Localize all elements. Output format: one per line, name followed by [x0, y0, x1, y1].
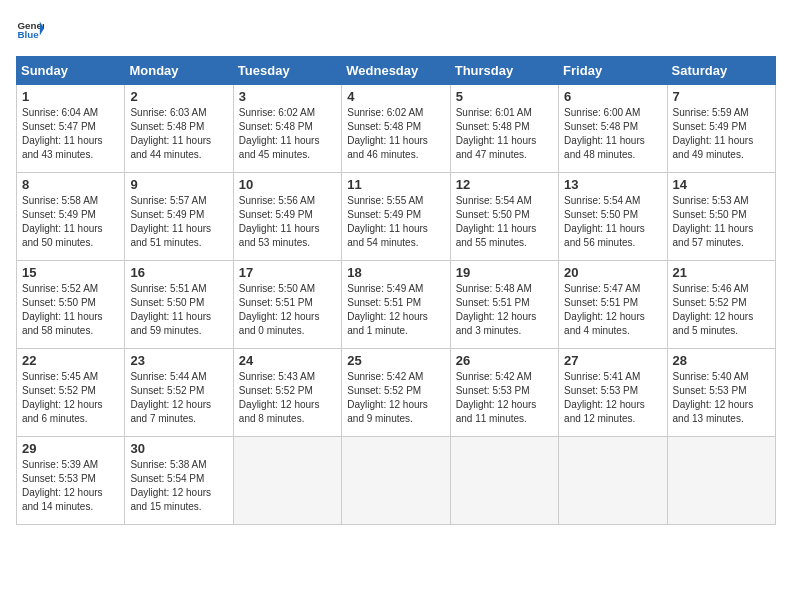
day-number: 1 — [22, 89, 119, 104]
calendar-cell: 7Sunrise: 5:59 AMSunset: 5:49 PMDaylight… — [667, 85, 775, 173]
day-number: 19 — [456, 265, 553, 280]
col-wednesday: Wednesday — [342, 57, 450, 85]
header-row: Sunday Monday Tuesday Wednesday Thursday… — [17, 57, 776, 85]
day-info: Sunrise: 5:38 AMSunset: 5:54 PMDaylight:… — [130, 458, 227, 514]
calendar-cell: 24Sunrise: 5:43 AMSunset: 5:52 PMDayligh… — [233, 349, 341, 437]
calendar-cell: 13Sunrise: 5:54 AMSunset: 5:50 PMDayligh… — [559, 173, 667, 261]
calendar-cell: 2Sunrise: 6:03 AMSunset: 5:48 PMDaylight… — [125, 85, 233, 173]
day-number: 11 — [347, 177, 444, 192]
day-number: 26 — [456, 353, 553, 368]
day-number: 20 — [564, 265, 661, 280]
day-number: 14 — [673, 177, 770, 192]
calendar-cell: 4Sunrise: 6:02 AMSunset: 5:48 PMDaylight… — [342, 85, 450, 173]
calendar-cell: 22Sunrise: 5:45 AMSunset: 5:52 PMDayligh… — [17, 349, 125, 437]
page-header: General Blue — [16, 16, 776, 44]
col-friday: Friday — [559, 57, 667, 85]
day-info: Sunrise: 6:03 AMSunset: 5:48 PMDaylight:… — [130, 106, 227, 162]
calendar-cell: 27Sunrise: 5:41 AMSunset: 5:53 PMDayligh… — [559, 349, 667, 437]
day-info: Sunrise: 5:42 AMSunset: 5:53 PMDaylight:… — [456, 370, 553, 426]
day-number: 10 — [239, 177, 336, 192]
calendar-table: Sunday Monday Tuesday Wednesday Thursday… — [16, 56, 776, 525]
calendar-row-3: 22Sunrise: 5:45 AMSunset: 5:52 PMDayligh… — [17, 349, 776, 437]
day-info: Sunrise: 5:51 AMSunset: 5:50 PMDaylight:… — [130, 282, 227, 338]
calendar-cell: 18Sunrise: 5:49 AMSunset: 5:51 PMDayligh… — [342, 261, 450, 349]
day-number: 12 — [456, 177, 553, 192]
day-number: 27 — [564, 353, 661, 368]
day-number: 6 — [564, 89, 661, 104]
day-number: 21 — [673, 265, 770, 280]
logo: General Blue — [16, 16, 44, 44]
logo-icon: General Blue — [16, 16, 44, 44]
calendar-row-2: 15Sunrise: 5:52 AMSunset: 5:50 PMDayligh… — [17, 261, 776, 349]
day-info: Sunrise: 5:48 AMSunset: 5:51 PMDaylight:… — [456, 282, 553, 338]
col-sunday: Sunday — [17, 57, 125, 85]
day-number: 30 — [130, 441, 227, 456]
svg-text:Blue: Blue — [17, 29, 39, 40]
calendar-row-0: 1Sunrise: 6:04 AMSunset: 5:47 PMDaylight… — [17, 85, 776, 173]
day-number: 8 — [22, 177, 119, 192]
day-number: 3 — [239, 89, 336, 104]
day-info: Sunrise: 6:01 AMSunset: 5:48 PMDaylight:… — [456, 106, 553, 162]
calendar-cell: 28Sunrise: 5:40 AMSunset: 5:53 PMDayligh… — [667, 349, 775, 437]
calendar-cell: 15Sunrise: 5:52 AMSunset: 5:50 PMDayligh… — [17, 261, 125, 349]
day-number: 17 — [239, 265, 336, 280]
day-number: 24 — [239, 353, 336, 368]
col-saturday: Saturday — [667, 57, 775, 85]
day-info: Sunrise: 5:55 AMSunset: 5:49 PMDaylight:… — [347, 194, 444, 250]
calendar-cell: 21Sunrise: 5:46 AMSunset: 5:52 PMDayligh… — [667, 261, 775, 349]
calendar-cell: 30Sunrise: 5:38 AMSunset: 5:54 PMDayligh… — [125, 437, 233, 525]
calendar-cell: 29Sunrise: 5:39 AMSunset: 5:53 PMDayligh… — [17, 437, 125, 525]
calendar-cell: 11Sunrise: 5:55 AMSunset: 5:49 PMDayligh… — [342, 173, 450, 261]
day-info: Sunrise: 5:50 AMSunset: 5:51 PMDaylight:… — [239, 282, 336, 338]
day-info: Sunrise: 5:44 AMSunset: 5:52 PMDaylight:… — [130, 370, 227, 426]
day-number: 13 — [564, 177, 661, 192]
calendar-cell: 10Sunrise: 5:56 AMSunset: 5:49 PMDayligh… — [233, 173, 341, 261]
day-number: 29 — [22, 441, 119, 456]
day-number: 18 — [347, 265, 444, 280]
day-info: Sunrise: 5:46 AMSunset: 5:52 PMDaylight:… — [673, 282, 770, 338]
day-info: Sunrise: 5:53 AMSunset: 5:50 PMDaylight:… — [673, 194, 770, 250]
day-info: Sunrise: 5:52 AMSunset: 5:50 PMDaylight:… — [22, 282, 119, 338]
day-info: Sunrise: 5:40 AMSunset: 5:53 PMDaylight:… — [673, 370, 770, 426]
day-number: 2 — [130, 89, 227, 104]
calendar-cell: 5Sunrise: 6:01 AMSunset: 5:48 PMDaylight… — [450, 85, 558, 173]
calendar-cell: 14Sunrise: 5:53 AMSunset: 5:50 PMDayligh… — [667, 173, 775, 261]
day-info: Sunrise: 5:49 AMSunset: 5:51 PMDaylight:… — [347, 282, 444, 338]
day-info: Sunrise: 6:02 AMSunset: 5:48 PMDaylight:… — [239, 106, 336, 162]
calendar-cell — [667, 437, 775, 525]
calendar-cell: 16Sunrise: 5:51 AMSunset: 5:50 PMDayligh… — [125, 261, 233, 349]
calendar-cell — [233, 437, 341, 525]
col-tuesday: Tuesday — [233, 57, 341, 85]
calendar-cell: 8Sunrise: 5:58 AMSunset: 5:49 PMDaylight… — [17, 173, 125, 261]
day-number: 25 — [347, 353, 444, 368]
calendar-cell — [450, 437, 558, 525]
day-info: Sunrise: 5:39 AMSunset: 5:53 PMDaylight:… — [22, 458, 119, 514]
col-monday: Monday — [125, 57, 233, 85]
day-info: Sunrise: 5:56 AMSunset: 5:49 PMDaylight:… — [239, 194, 336, 250]
calendar-cell — [559, 437, 667, 525]
day-number: 28 — [673, 353, 770, 368]
day-number: 23 — [130, 353, 227, 368]
day-number: 15 — [22, 265, 119, 280]
day-number: 16 — [130, 265, 227, 280]
calendar-cell: 20Sunrise: 5:47 AMSunset: 5:51 PMDayligh… — [559, 261, 667, 349]
day-info: Sunrise: 5:57 AMSunset: 5:49 PMDaylight:… — [130, 194, 227, 250]
day-number: 9 — [130, 177, 227, 192]
day-info: Sunrise: 5:54 AMSunset: 5:50 PMDaylight:… — [564, 194, 661, 250]
calendar-cell: 3Sunrise: 6:02 AMSunset: 5:48 PMDaylight… — [233, 85, 341, 173]
calendar-cell: 26Sunrise: 5:42 AMSunset: 5:53 PMDayligh… — [450, 349, 558, 437]
day-number: 4 — [347, 89, 444, 104]
day-info: Sunrise: 5:58 AMSunset: 5:49 PMDaylight:… — [22, 194, 119, 250]
day-info: Sunrise: 6:00 AMSunset: 5:48 PMDaylight:… — [564, 106, 661, 162]
day-info: Sunrise: 5:43 AMSunset: 5:52 PMDaylight:… — [239, 370, 336, 426]
calendar-cell: 23Sunrise: 5:44 AMSunset: 5:52 PMDayligh… — [125, 349, 233, 437]
day-info: Sunrise: 5:54 AMSunset: 5:50 PMDaylight:… — [456, 194, 553, 250]
day-number: 5 — [456, 89, 553, 104]
day-number: 7 — [673, 89, 770, 104]
day-info: Sunrise: 5:45 AMSunset: 5:52 PMDaylight:… — [22, 370, 119, 426]
calendar-cell: 12Sunrise: 5:54 AMSunset: 5:50 PMDayligh… — [450, 173, 558, 261]
day-info: Sunrise: 5:59 AMSunset: 5:49 PMDaylight:… — [673, 106, 770, 162]
day-info: Sunrise: 6:04 AMSunset: 5:47 PMDaylight:… — [22, 106, 119, 162]
day-info: Sunrise: 6:02 AMSunset: 5:48 PMDaylight:… — [347, 106, 444, 162]
calendar-cell — [342, 437, 450, 525]
